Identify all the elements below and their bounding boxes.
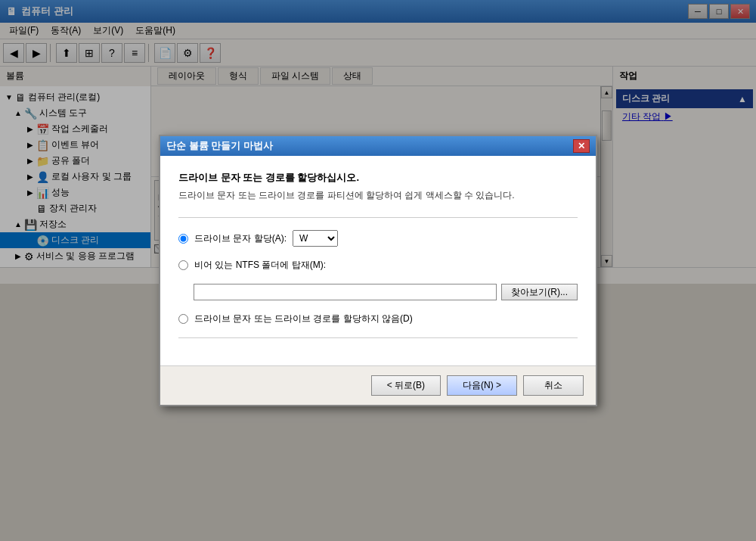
cancel-button[interactable]: 취소 <box>523 375 584 396</box>
modal-content: 드라이브 문자 또는 경로를 할당하십시오. 드라이브 문자 또는 드라이브 경… <box>160 156 596 365</box>
radio-no-assign-label[interactable]: 드라이브 문자 또는 드라이브 경로를 할당하지 않음(D) <box>194 312 413 325</box>
folder-row: 찾아보기(R)... <box>194 284 578 300</box>
drive-letter-select[interactable]: W X Y Z <box>293 230 338 247</box>
modal-header-text: 드라이브 문자 또는 경로를 할당하십시오. <box>178 171 578 185</box>
modal-title-text: 단순 볼륨 만들기 마법사 <box>166 139 273 153</box>
drive-letter-row: 드라이브 문자 할당(A): W X Y Z <box>194 230 578 247</box>
modal-dialog: 단순 볼륨 만들기 마법사 ✕ 드라이브 문자 또는 경로를 할당하십시오. 드… <box>159 135 597 406</box>
browse-button[interactable]: 찾아보기(R)... <box>501 284 578 300</box>
next-button[interactable]: 다음(N) > <box>447 375 517 396</box>
folder-path-input[interactable] <box>194 284 497 300</box>
modal-footer: < 뒤로(B) 다음(N) > 취소 <box>160 365 596 405</box>
modal-close-button[interactable]: ✕ <box>573 139 590 153</box>
radio-no-assign[interactable] <box>178 314 188 324</box>
modal-separator-top <box>178 217 578 218</box>
spacer <box>178 300 578 312</box>
radio-drive-letter-label[interactable]: 드라이브 문자 할당(A): <box>194 232 287 245</box>
radio-option-no-assign: 드라이브 문자 또는 드라이브 경로를 할당하지 않음(D) <box>178 312 578 325</box>
modal-desc-text: 드라이브 문자 또는 드라이브 경로를 파티션에 할당하여 쉽게 액세스할 수 … <box>178 189 578 202</box>
radio-drive-letter[interactable] <box>178 234 188 244</box>
radio-option-mount-folder: 비어 있는 NTFS 폴더에 탑재(M): <box>178 259 578 272</box>
radio-mount-folder-label[interactable]: 비어 있는 NTFS 폴더에 탑재(M): <box>194 259 326 272</box>
modal-overlay: 단순 볼륨 만들기 마법사 ✕ 드라이브 문자 또는 경로를 할당하십시오. 드… <box>0 0 756 541</box>
modal-titlebar: 단순 볼륨 만들기 마법사 ✕ <box>160 136 596 156</box>
back-button[interactable]: < 뒤로(B) <box>371 375 441 396</box>
radio-mount-folder[interactable] <box>178 260 188 270</box>
radio-option-drive-letter: 드라이브 문자 할당(A): W X Y Z <box>178 230 578 247</box>
modal-separator-bottom <box>178 337 578 338</box>
